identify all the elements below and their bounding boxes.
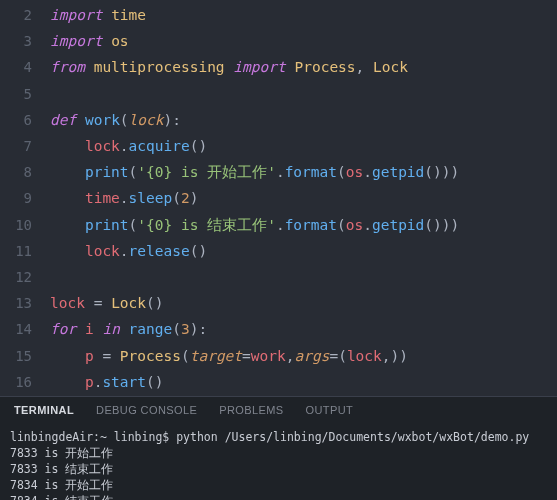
token-param: args [294,348,329,364]
token-p: . [363,164,372,180]
token-def: def [50,112,76,128]
token-p [50,374,85,390]
token-var: p [85,374,94,390]
line-number: 11 [0,238,32,264]
token-p: . [276,217,285,233]
code-line[interactable]: def work(lock): [50,107,557,133]
code-line[interactable]: lock.acquire() [50,133,557,159]
code-area[interactable]: import timeimport osfrom multiprocessing… [50,0,557,396]
code-line[interactable]: for i in range(3): [50,316,557,342]
line-number: 8 [0,159,32,185]
token-call: range [129,321,173,337]
token-var: os [346,217,363,233]
token-p: . [120,138,129,154]
token-mod: time [111,7,146,23]
terminal-output-line: 7834 is 开始工作 [10,477,547,493]
token-p: = [94,348,120,364]
token-call: getpid [372,164,424,180]
token-p: () [190,138,207,154]
token-p [76,321,85,337]
token-p: ,)) [382,348,408,364]
line-gutter: 2345678910111213141516 [0,0,50,396]
line-number: 6 [0,107,32,133]
code-line[interactable]: print('{0} is 开始工作'.format(os.getpid())) [50,159,557,185]
line-number: 5 [0,81,32,107]
token-param: lock [129,112,164,128]
code-line[interactable] [50,264,557,290]
code-line[interactable]: from multiprocessing import Process, Loc… [50,54,557,80]
code-line[interactable]: lock = Lock() [50,290,557,316]
terminal-command: python /Users/linbing/Documents/wxbot/wx… [176,430,529,444]
code-line[interactable]: import time [50,2,557,28]
token-p: ( [129,217,138,233]
terminal-output[interactable]: linbingdeAir:~ linbing$ python /Users/li… [0,423,557,500]
code-editor[interactable]: 2345678910111213141516 import timeimport… [0,0,557,396]
token-call: print [85,164,129,180]
token-call: sleep [129,190,173,206]
code-line[interactable]: time.sleep(2) [50,185,557,211]
line-number: 13 [0,290,32,316]
token-kw: import [50,7,102,23]
token-mod: multiprocessing [94,59,225,75]
token-call: format [285,217,337,233]
token-mod: os [111,33,128,49]
token-var: work [251,348,286,364]
token-p [102,7,111,23]
code-line[interactable]: p.start() [50,369,557,395]
token-p: () [146,295,163,311]
token-num: 3 [181,321,190,337]
line-number: 7 [0,133,32,159]
token-p: ( [181,348,190,364]
line-number: 4 [0,54,32,80]
token-p: ())) [424,164,459,180]
token-str: '{0} is 结束工作' [137,217,276,233]
token-p [50,190,85,206]
terminal-output-line: 7833 is 结束工作 [10,461,547,477]
token-call: print [85,217,129,233]
panel-tab-terminal[interactable]: TERMINAL [14,404,74,416]
terminal-prompt-line: linbingdeAir:~ linbing$ python /Users/li… [10,429,547,445]
code-line[interactable]: import os [50,28,557,54]
token-str: '{0} is 开始工作' [137,164,276,180]
token-p [50,217,85,233]
token-obj: Lock [111,295,146,311]
token-p: . [120,190,129,206]
panel-tab-output[interactable]: OUTPUT [306,404,354,416]
token-kw: for [50,321,76,337]
code-line[interactable]: p = Process(target=work,args=(lock,)) [50,343,557,369]
line-number: 12 [0,264,32,290]
token-p [120,321,129,337]
token-mod: Lock [373,59,408,75]
token-p: ())) [424,217,459,233]
token-p: () [146,374,163,390]
token-call: acquire [129,138,190,154]
code-line[interactable]: lock.release() [50,238,557,264]
token-call: getpid [372,217,424,233]
token-p: ( [337,164,346,180]
panel-tab-problems[interactable]: PROBLEMS [219,404,283,416]
token-p: ( [172,190,181,206]
token-call: format [285,164,337,180]
token-p [76,112,85,128]
token-name: work [85,112,120,128]
token-var: lock [50,295,85,311]
token-p [85,59,94,75]
panel-tab-debug-console[interactable]: DEBUG CONSOLE [96,404,197,416]
line-number: 9 [0,185,32,211]
token-var: p [85,348,94,364]
token-kw: in [102,321,119,337]
token-p: ): [164,112,181,128]
token-mod: Process [294,59,355,75]
token-var: lock [85,243,120,259]
token-var: i [85,321,94,337]
token-var: os [346,164,363,180]
token-var: time [85,190,120,206]
code-line[interactable] [50,81,557,107]
token-p: . [120,243,129,259]
token-p: ): [190,321,207,337]
token-p: , [356,59,373,75]
token-p: ( [120,112,129,128]
code-line[interactable]: print('{0} is 结束工作'.format(os.getpid())) [50,212,557,238]
token-p: () [190,243,207,259]
token-p: = [85,295,111,311]
